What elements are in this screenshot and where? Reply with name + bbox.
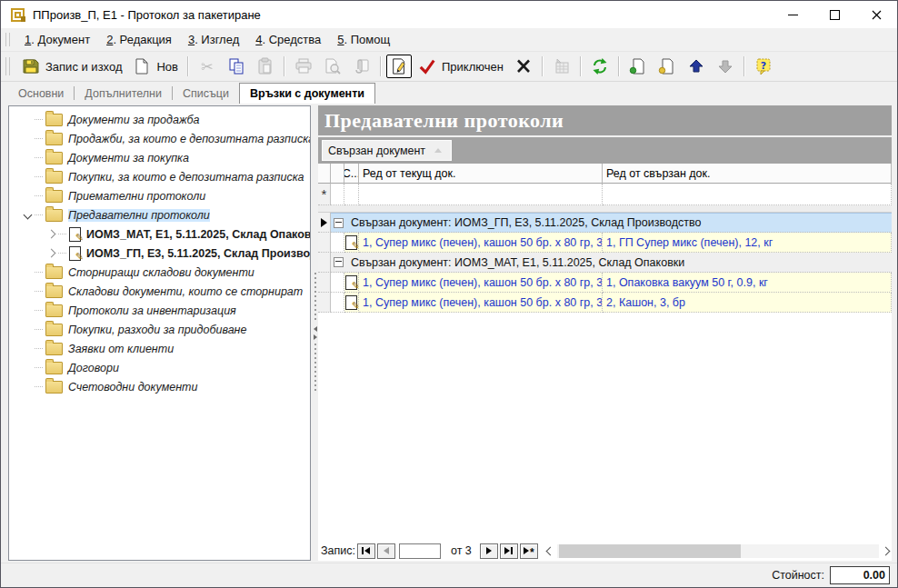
tree-item-sales-documents[interactable]: Документи за продажба	[9, 110, 310, 129]
maximize-icon	[830, 10, 840, 20]
header-current-row-column[interactable]: Ред от текущ док.	[359, 164, 603, 184]
tree-item-inventory-protocols[interactable]: Протоколи за инвентаризация	[9, 301, 310, 320]
folder-icon	[45, 343, 63, 355]
folder-icon	[45, 285, 63, 298]
first-record-button[interactable]	[357, 543, 375, 559]
copy-from-document-button[interactable]	[624, 55, 652, 78]
paste-icon	[256, 57, 274, 75]
collapse-minus-icon[interactable]	[334, 257, 344, 267]
tab-main[interactable]: Основни	[8, 84, 74, 105]
scroll-left-icon[interactable]	[545, 546, 554, 555]
chevron-right-icon[interactable]	[46, 249, 55, 258]
grid-header-row: С... Ред от текущ док. Ред от свързан до…	[318, 164, 892, 184]
tree-item-doc-iomz-mat[interactable]: ИОМЗ_МАТ, Е1, 5.11.2025, Склад Опаковки	[9, 224, 310, 244]
tree-item-purchase-documents[interactable]: Документи за покупка	[9, 148, 310, 167]
new-button[interactable]: Нов	[128, 55, 183, 78]
header-linked-row-column[interactable]: Ред от свързан док.	[603, 164, 892, 184]
refresh-button[interactable]	[586, 55, 614, 78]
document-pencil-icon	[345, 295, 357, 310]
move-up-button[interactable]	[683, 55, 710, 78]
save-exit-button[interactable]: Запис и изход	[17, 55, 126, 78]
tree-item-purchases-deposit[interactable]: Покупки, за които е депозитната разписка	[9, 167, 310, 186]
menu-item-help[interactable]: 5. Помощ	[329, 33, 398, 46]
tree-item-warehouse-docs-reversed[interactable]: Складови документи, които се сторнират	[9, 282, 310, 301]
copy-to-document-button[interactable]	[654, 55, 681, 78]
toolbar-grip	[5, 57, 10, 75]
edit-mode-toggle[interactable]	[386, 55, 412, 78]
tree-item-accounting-documents[interactable]: Счетоводни документи	[9, 377, 310, 396]
linked-doc-row-cell[interactable]: 1, Опаковка вакуум 50 г, 0.9, кг	[603, 273, 892, 293]
minimize-button[interactable]	[772, 1, 813, 28]
tree-item-acquisition-purchases[interactable]: Покупки, разходи за придобиване	[9, 320, 310, 339]
maximize-button[interactable]	[813, 1, 855, 28]
group-row-iomz-mat[interactable]: Свързан документ: ИОМЗ_МАТ, Е1, 5.11.202…	[318, 253, 892, 273]
menu-item-tools[interactable]: 4. Средства	[247, 33, 329, 46]
help-button[interactable]: ?	[750, 55, 777, 78]
document-pencil-icon	[69, 227, 81, 242]
copy-icon	[227, 57, 245, 75]
splitter-handle[interactable]	[314, 273, 316, 323]
group-row-iomz-gp[interactable]: Свързан документ: ИОМЗ_ГП, Е3, 5.11.2025…	[318, 213, 892, 233]
tree-item-reversing-warehouse-docs[interactable]: Сторниращи складови документи	[9, 263, 310, 282]
scrollbar-track[interactable]	[557, 544, 879, 558]
folder-icon	[45, 171, 63, 184]
data-row[interactable]: 1, Супер микс (печен), кашон 50 бр. x 80…	[318, 273, 892, 293]
collapse-minus-icon[interactable]	[334, 218, 344, 228]
menu-item-view[interactable]: 3. Изглед	[180, 33, 247, 46]
data-row[interactable]: 1, Супер микс (печен), кашон 50 бр. x 80…	[318, 293, 892, 313]
linked-doc-row-cell[interactable]: 2, Кашон, 3, бр	[603, 293, 892, 313]
new-row-current-cell[interactable]	[359, 184, 603, 205]
printer-icon	[294, 57, 313, 75]
tree-item-contracts[interactable]: Договори	[9, 358, 310, 377]
current-doc-row-cell[interactable]: 1, Супер микс (печен), кашон 50 бр. x 80…	[359, 273, 603, 293]
header-indicator-cell	[318, 164, 331, 184]
horizontal-scrollbar[interactable]	[547, 543, 889, 559]
record-number-input[interactable]	[399, 543, 441, 559]
tab-bar: Основни Допълнителни Списъци Връзки с до…	[1, 82, 897, 105]
minimize-icon	[788, 15, 798, 15]
folder-icon	[45, 209, 63, 222]
current-doc-row-cell[interactable]: 1, Супер микс (печен), кашон 50 бр. x 80…	[359, 293, 603, 313]
group-by-button[interactable]: Свързан документ	[322, 140, 452, 161]
scroll-right-icon[interactable]	[882, 546, 891, 555]
menu-item-edit[interactable]: 2. Редакция	[98, 33, 180, 46]
current-doc-row-cell[interactable]: 1, Супер микс (печен), кашон 50 бр. x 80…	[359, 233, 603, 253]
collapse-left-icon[interactable]	[314, 326, 317, 332]
close-button[interactable]	[855, 1, 897, 28]
new-row-linked-cell[interactable]	[603, 184, 892, 205]
finish-button[interactable]: Приключен	[414, 55, 508, 78]
menu-item-document[interactable]: 1. Документ	[16, 33, 98, 46]
chevron-right-icon[interactable]	[46, 230, 55, 239]
tree-item-doc-iomz-gp[interactable]: ИОМЗ_ГП, Е3, 5.11.2025, Склад Производст…	[9, 244, 310, 263]
tree-item-sales-deposit[interactable]: Продажби, за които е депозитната разписк…	[9, 129, 310, 148]
header-status-column[interactable]: С...	[344, 164, 359, 184]
print-preview-button	[319, 55, 346, 78]
last-record-button[interactable]	[500, 543, 518, 559]
new-record-button[interactable]: *	[520, 543, 538, 559]
scrollbar-thumb[interactable]	[559, 544, 741, 558]
next-record-button[interactable]	[480, 543, 498, 559]
move-down-button	[712, 55, 739, 78]
folder-icon	[45, 133, 63, 145]
splitter-handle[interactable]	[314, 344, 316, 394]
copy-button[interactable]	[223, 55, 250, 78]
folder-icon	[45, 304, 63, 317]
tree-item-client-orders[interactable]: Заявки от клиенти	[9, 339, 310, 358]
tab-lists[interactable]: Списъци	[173, 84, 239, 105]
chevron-down-icon[interactable]	[23, 211, 32, 220]
tab-document-links[interactable]: Връзки с документи	[239, 83, 375, 105]
content-area: Документи за продажба Продажби, за които…	[1, 104, 897, 563]
linked-doc-row-cell[interactable]: 1, ГП Супер микс (печен), 12, кг	[603, 233, 892, 253]
grid-new-row[interactable]: *	[318, 184, 892, 205]
tree-item-handover-protocols[interactable]: Предавателни протоколи	[9, 205, 310, 224]
document-pencil-icon	[345, 275, 357, 290]
data-row[interactable]: 1, Супер микс (печен), кашон 50 бр. x 80…	[318, 233, 892, 253]
collapse-right-icon[interactable]	[314, 334, 317, 340]
tree-item-receiving-protocols[interactable]: Приемателни протоколи	[9, 186, 310, 205]
table-grid-icon	[553, 57, 571, 75]
value-box: 0.00	[830, 566, 890, 584]
tab-additional[interactable]: Допълнителни	[75, 84, 172, 105]
delete-button[interactable]	[510, 55, 537, 78]
tree-splitter[interactable]	[312, 105, 318, 561]
window-controls	[772, 1, 897, 28]
